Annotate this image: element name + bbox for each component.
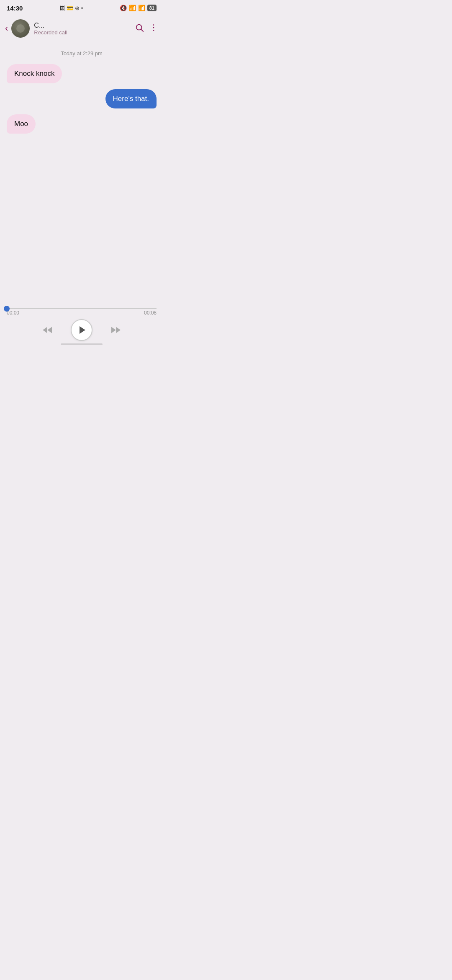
- sim-icon: 💳: [67, 5, 73, 11]
- svg-point-3: [153, 27, 154, 28]
- message-bubble: Moo: [7, 114, 36, 134]
- progress-thumb: [4, 306, 10, 312]
- battery-level: 81: [147, 5, 157, 11]
- message-row: Moo: [7, 114, 157, 134]
- more-options-icon[interactable]: [149, 23, 158, 34]
- status-left-icons: 🖼 💳 ⊕ •: [59, 5, 83, 11]
- svg-point-2: [153, 24, 154, 26]
- svg-point-4: [153, 30, 154, 31]
- header-actions: [135, 23, 158, 34]
- rewind-button[interactable]: [41, 324, 54, 336]
- svg-marker-5: [80, 326, 85, 334]
- status-icons: 🔇 📶 📶 81: [120, 5, 157, 11]
- home-indicator: [61, 343, 103, 345]
- audio-player: 00:00 00:08: [0, 304, 163, 353]
- player-controls: [7, 319, 157, 341]
- current-time: 00:00: [7, 310, 19, 316]
- progress-track[interactable]: [7, 308, 157, 309]
- search-icon[interactable]: [135, 23, 144, 34]
- chat-timestamp: Today at 2:29 pm: [7, 50, 157, 57]
- svg-line-1: [141, 29, 143, 31]
- avatar: [11, 19, 30, 38]
- total-time: 00:08: [144, 310, 157, 316]
- status-time: 14:30: [7, 5, 23, 12]
- back-button[interactable]: ‹: [5, 21, 11, 36]
- contact-subtitle: Recorded call: [34, 29, 135, 36]
- threads-icon: ⊕: [75, 5, 80, 11]
- time-labels: 00:00 00:08: [7, 310, 157, 316]
- signal-icon: 📶: [138, 5, 145, 11]
- main-content: Today at 2:29 pm Knock knock Here's that…: [0, 42, 163, 353]
- contact-info: C... Recorded call: [34, 22, 135, 36]
- message-bubble: Knock knock: [7, 64, 62, 83]
- message-row: Here's that.: [7, 89, 157, 108]
- dot-icon: •: [81, 5, 83, 11]
- message-bubble: Here's that.: [105, 89, 157, 108]
- progress-container: [7, 308, 157, 309]
- photo-icon: 🖼: [59, 5, 65, 11]
- play-button[interactable]: [71, 319, 92, 341]
- chat-header: ‹ C... Recorded call: [0, 15, 163, 42]
- mute-icon: 🔇: [120, 5, 127, 11]
- message-row: Knock knock: [7, 64, 157, 83]
- contact-name: C...: [34, 22, 135, 29]
- fast-forward-button[interactable]: [109, 324, 122, 336]
- status-bar: 14:30 🖼 💳 ⊕ • 🔇 📶 📶 81: [0, 0, 163, 15]
- chat-area: Today at 2:29 pm Knock knock Here's that…: [0, 42, 163, 144]
- wifi-icon: 📶: [129, 5, 136, 11]
